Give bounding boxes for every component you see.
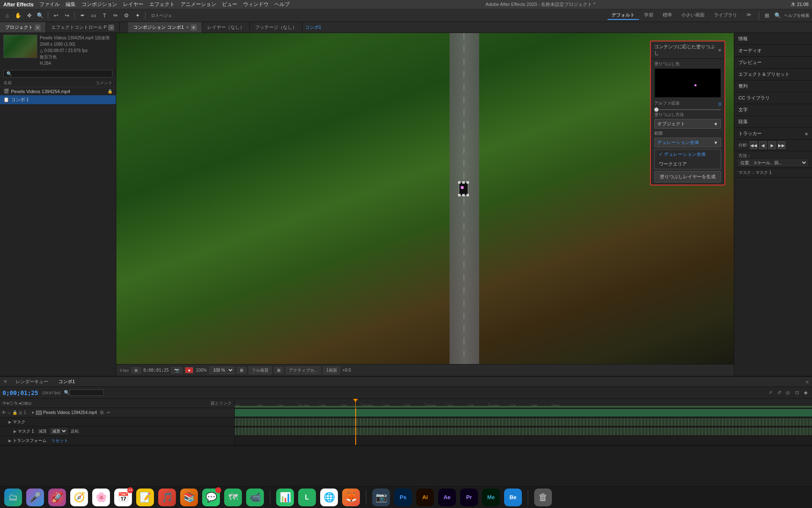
- dock-books[interactable]: 📚: [180, 489, 198, 506]
- tracker-method-select[interactable]: 位置、スケール、回...: [738, 160, 808, 166]
- right-paragraph[interactable]: 段落: [734, 116, 812, 128]
- timeline-close[interactable]: ✕: [3, 379, 7, 384]
- caf-range-dropdown[interactable]: デュレーション全体 ▼: [654, 138, 721, 147]
- dock-notes[interactable]: 📝: [136, 489, 154, 506]
- dock-safari[interactable]: 🧭: [70, 489, 88, 506]
- undo-tool[interactable]: ↩: [51, 11, 60, 20]
- dock-ai[interactable]: Ai: [416, 489, 434, 506]
- text-tool[interactable]: T: [100, 11, 109, 20]
- tracker-next[interactable]: ▶: [768, 141, 776, 149]
- timeline-menu[interactable]: ≡: [806, 379, 809, 384]
- panel-tab-effect-control[interactable]: エフェクトコントロール P »: [46, 22, 120, 33]
- dock-chrome[interactable]: 🌐: [320, 489, 338, 506]
- right-effects-presets[interactable]: エフェクト＆プリセット: [734, 69, 812, 80]
- dock-ae[interactable]: Ae: [438, 489, 456, 506]
- workspace-default[interactable]: デフォルト: [607, 11, 639, 20]
- caf-fill-method-dropdown[interactable]: オブジェクト ▼: [654, 119, 721, 129]
- redo-tool[interactable]: ↪: [62, 11, 71, 20]
- dock-calendar[interactable]: 📅 14: [114, 489, 132, 506]
- dock-photos[interactable]: 🌸: [92, 489, 110, 506]
- tracker-prev-prev[interactable]: ◀◀: [750, 141, 757, 149]
- right-character[interactable]: 文字: [734, 104, 812, 116]
- right-audio[interactable]: オーディオ: [734, 45, 812, 57]
- tl-arrow-btn[interactable]: ↗: [766, 389, 774, 397]
- right-tracker[interactable]: トラッカー ≡: [734, 128, 812, 140]
- menu-view[interactable]: ビュー: [222, 1, 237, 8]
- caf-generate-btn[interactable]: 塗りつぶしレイヤーを生成: [654, 171, 721, 182]
- tracker-menu[interactable]: ≡: [805, 131, 808, 136]
- caf-slider-handle[interactable]: [654, 108, 658, 112]
- panel-tab-project[interactable]: プロジェクト »: [0, 22, 46, 33]
- home-tool[interactable]: ⌂: [3, 11, 12, 20]
- caf-menu-icon[interactable]: ≡: [719, 47, 721, 52]
- track-solo[interactable]: ☼: [7, 410, 11, 415]
- panel-layout-btn[interactable]: ⊞: [762, 11, 771, 20]
- right-info[interactable]: 情報: [734, 33, 812, 45]
- track-edit-icon[interactable]: ✏: [107, 410, 110, 415]
- track-shy[interactable]: ◎: [19, 410, 22, 415]
- right-align[interactable]: 整列: [734, 80, 812, 92]
- zoom-select[interactable]: 100 % 50 % 200 %: [209, 367, 234, 374]
- workspace-small[interactable]: 小さい画面: [677, 11, 709, 20]
- dock-launchpad[interactable]: 🚀: [48, 489, 66, 506]
- dock-behance[interactable]: Be: [504, 489, 522, 506]
- dock-finder[interactable]: 🗂: [4, 489, 22, 506]
- dock-trash[interactable]: 🗑: [534, 489, 552, 506]
- mask1-blend-select[interactable]: 減算: [50, 428, 68, 434]
- tl-marker-btn[interactable]: ◆: [802, 389, 809, 397]
- menu-edit[interactable]: 編集: [66, 1, 76, 8]
- menu-effect[interactable]: エフェクト: [149, 1, 175, 8]
- dock-capture-one[interactable]: 📷: [372, 489, 390, 506]
- current-time-display[interactable]: 0;00;01;25: [3, 389, 38, 396]
- menu-window[interactable]: ウィンドウ: [243, 1, 269, 8]
- dock-me[interactable]: Me: [482, 489, 500, 506]
- mask-expand[interactable]: ▶: [8, 420, 11, 424]
- dock-line[interactable]: L: [298, 489, 316, 506]
- tl-solo-btn[interactable]: ◎: [784, 389, 792, 397]
- search-input[interactable]: [3, 70, 112, 77]
- menu-file[interactable]: ファイル: [39, 1, 60, 8]
- search-btn[interactable]: 🔍: [773, 11, 782, 20]
- dock-messages[interactable]: 💬: [202, 489, 220, 506]
- timeline-tab-comp[interactable]: コンポ1: [55, 378, 78, 386]
- project-item-comp[interactable]: 📋 コンポ 1: [0, 95, 116, 104]
- render-queue-btn[interactable]: ⊞: [132, 367, 141, 373]
- panel-tab-layer[interactable]: レイヤー（なし）: [202, 22, 250, 33]
- caf-option-duration[interactable]: デュレーション全体: [655, 149, 721, 159]
- right-cc-library[interactable]: CC ライブラリ: [734, 92, 812, 104]
- menu-animation[interactable]: アニメーション: [181, 1, 216, 8]
- hand-tool[interactable]: ✋: [14, 11, 23, 20]
- mask1-expand[interactable]: ▶: [14, 429, 16, 433]
- tl-motion-btn[interactable]: ⊡: [793, 389, 801, 397]
- dock-maps[interactable]: 🗺: [224, 489, 242, 506]
- right-preview[interactable]: プレビュー: [734, 57, 812, 69]
- menu-composition[interactable]: コンポジション: [82, 1, 117, 8]
- magnify-btn[interactable]: ⊞: [237, 367, 246, 373]
- workspace-library[interactable]: ライブラリ: [710, 11, 741, 20]
- record-btn[interactable]: ●: [185, 367, 193, 373]
- box-tool[interactable]: ▭: [89, 11, 98, 20]
- panel-tab-comp[interactable]: コンポジション コンポ1 ✕ ≡: [128, 22, 202, 33]
- workspace-standard[interactable]: 標準: [658, 11, 676, 20]
- dock-facetime[interactable]: 📹: [246, 489, 264, 506]
- panel-expand-btn[interactable]: »: [35, 25, 41, 30]
- panel-tab-footage[interactable]: フッテージ（なし）: [250, 22, 302, 33]
- dock-siri[interactable]: 🎤: [26, 489, 44, 506]
- camera-btn[interactable]: 📷: [171, 367, 182, 373]
- stamp-tool[interactable]: ⚙: [122, 11, 131, 20]
- workspace-more[interactable]: ≫: [742, 11, 756, 20]
- dock-numbers[interactable]: 📊: [276, 489, 294, 506]
- timeline-search-input[interactable]: [70, 389, 104, 396]
- dock-pr[interactable]: Pr: [460, 489, 478, 506]
- project-item-video[interactable]: 🎬 Pexels Videos 1394254.mp4 🔒: [0, 87, 116, 95]
- tab-close-comp[interactable]: ✕: [186, 25, 189, 30]
- caf-option-workarea[interactable]: ワークエリア: [655, 159, 721, 169]
- track-lock[interactable]: 🔒: [12, 410, 17, 415]
- transform-expand[interactable]: ▶: [8, 439, 11, 443]
- dock-ps[interactable]: Ps: [394, 489, 412, 506]
- move-tool[interactable]: ✥: [25, 11, 34, 20]
- menu-layer[interactable]: レイヤー: [123, 1, 143, 8]
- transform-reset[interactable]: リセット: [51, 438, 68, 444]
- tracker-next-next[interactable]: ▶▶: [778, 141, 785, 149]
- zoom-tool[interactable]: 🔍: [36, 11, 45, 20]
